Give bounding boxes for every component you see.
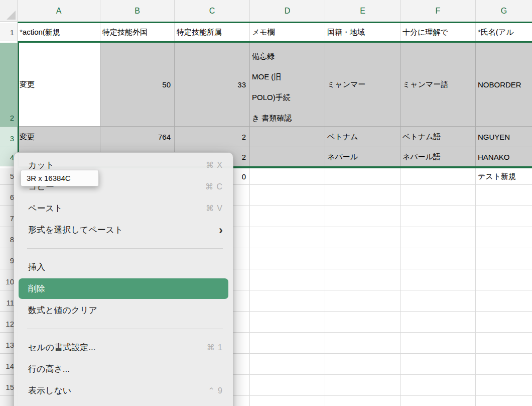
cell-E15[interactable] xyxy=(325,375,401,396)
cell-F5[interactable] xyxy=(401,168,476,185)
cell-A1[interactable]: *action(新規 xyxy=(18,23,100,41)
cell-E5[interactable] xyxy=(325,168,401,185)
select-all-triangle-icon xyxy=(7,11,16,20)
menu-item-row-height[interactable]: 行の高さ... xyxy=(14,358,233,380)
cell-E10[interactable] xyxy=(325,269,401,290)
cell-G5[interactable]: テスト新規 xyxy=(476,168,532,185)
cell-D16[interactable] xyxy=(250,396,325,406)
cell-G15[interactable] xyxy=(476,375,532,396)
cell-D11[interactable] xyxy=(250,290,325,312)
cell-D3[interactable] xyxy=(250,127,325,147)
cell-D13[interactable] xyxy=(250,333,325,354)
menu-item-insert[interactable]: 挿入 xyxy=(14,256,233,278)
cell-D6[interactable] xyxy=(250,185,325,206)
menu-item-paste-special[interactable]: 形式を選択してペースト› xyxy=(14,219,233,241)
cell-B3[interactable]: 764 xyxy=(100,127,175,147)
cell-E4[interactable]: ネパール xyxy=(325,147,401,166)
cell-E14[interactable] xyxy=(325,354,401,375)
cell-F2[interactable]: ミャンマー語 xyxy=(401,43,476,127)
cell-F14[interactable] xyxy=(401,354,476,375)
column-header-A[interactable]: A xyxy=(18,0,100,22)
cell-D5[interactable] xyxy=(250,168,325,185)
cell-G9[interactable] xyxy=(476,248,532,269)
column-header-E[interactable]: E xyxy=(325,0,401,22)
cell-F11[interactable] xyxy=(401,290,476,312)
cell-D12[interactable] xyxy=(250,312,325,333)
column-header-C[interactable]: C xyxy=(175,0,250,22)
menu-item-label: セルの書式設定... xyxy=(28,342,95,353)
cell-F10[interactable] xyxy=(401,269,476,290)
cell-G11[interactable] xyxy=(476,290,532,312)
cell-C2[interactable]: 33 xyxy=(175,43,250,127)
menu-item-delete[interactable]: 削除 xyxy=(19,278,228,299)
cell-F13[interactable] xyxy=(401,333,476,354)
cell-G12[interactable] xyxy=(476,312,532,333)
cell-F16[interactable] xyxy=(401,396,476,406)
cell-F8[interactable] xyxy=(401,227,476,248)
column-header-G[interactable]: G xyxy=(476,0,532,22)
menu-item-label: ペースト xyxy=(28,202,63,214)
cell-E6[interactable] xyxy=(325,185,401,206)
cell-F4[interactable]: ネパール語 xyxy=(401,147,476,166)
menu-item-paste[interactable]: ペースト⌘ V xyxy=(14,197,233,219)
cell-E2[interactable]: ミャンマー xyxy=(325,43,401,127)
cell-E12[interactable] xyxy=(325,312,401,333)
cell-G14[interactable] xyxy=(476,354,532,375)
cell-E7[interactable] xyxy=(325,206,401,227)
menu-item-shortcut: ⌘ C xyxy=(205,182,223,191)
menu-item-label: カット xyxy=(28,159,54,171)
row-header-3[interactable]: 3 xyxy=(0,127,18,147)
cell-G13[interactable] xyxy=(476,333,532,354)
cell-G1[interactable]: *氏名(アル xyxy=(476,23,532,41)
cell-C1[interactable]: 特定技能所属 xyxy=(175,23,250,41)
cell-E13[interactable] xyxy=(325,333,401,354)
select-all-corner[interactable] xyxy=(0,0,18,22)
cell-D9[interactable] xyxy=(250,248,325,269)
cell-F7[interactable] xyxy=(401,206,476,227)
menu-item-hide[interactable]: 表示しない⌃ 9 xyxy=(14,380,233,401)
cell-G6[interactable] xyxy=(476,185,532,206)
cell-E9[interactable] xyxy=(325,248,401,269)
cell-E16[interactable] xyxy=(325,396,401,406)
cell-D15[interactable] xyxy=(250,375,325,396)
cell-D7[interactable] xyxy=(250,206,325,227)
cell-F9[interactable] xyxy=(401,248,476,269)
cell-G16[interactable] xyxy=(476,396,532,406)
cell-F6[interactable] xyxy=(401,185,476,206)
cell-E3[interactable]: ベトナム xyxy=(325,127,401,147)
column-header-B[interactable]: B xyxy=(100,0,175,22)
cell-G4[interactable]: HANAKO xyxy=(476,147,532,166)
cell-D2[interactable]: 備忘録 MOE (旧 POLO)手続 き 書類確認 xyxy=(250,43,325,127)
cell-D4[interactable] xyxy=(250,147,325,166)
row-header-2[interactable]: 2 xyxy=(0,43,18,127)
column-header-D[interactable]: D xyxy=(250,0,325,22)
cell-E11[interactable] xyxy=(325,290,401,312)
cell-B2[interactable]: 50 xyxy=(100,43,175,127)
cell-F3[interactable]: ベトナム語 xyxy=(401,127,476,147)
cell-G8[interactable] xyxy=(476,227,532,248)
cell-G7[interactable] xyxy=(476,206,532,227)
cell-E1[interactable]: 国籍・地域 xyxy=(325,23,401,41)
cell-D1[interactable]: メモ欄 xyxy=(250,23,325,41)
menu-item-clear-contents[interactable]: 数式と値のクリア xyxy=(14,299,233,321)
row-header-1[interactable]: 1 xyxy=(0,23,18,41)
cell-F1[interactable]: 十分に理解で xyxy=(401,23,476,41)
menu-item-unhide[interactable]: 再表示⌃ ⇧ 9 xyxy=(14,401,233,406)
menu-item-label: 挿入 xyxy=(28,261,45,273)
cell-C3[interactable]: 2 xyxy=(175,127,250,147)
menu-item-format-cells[interactable]: セルの書式設定...⌘ 1 xyxy=(14,337,233,358)
cell-D10[interactable] xyxy=(250,269,325,290)
cell-F15[interactable] xyxy=(401,375,476,396)
cell-G10[interactable] xyxy=(476,269,532,290)
cell-D14[interactable] xyxy=(250,354,325,375)
cell-G2[interactable]: NOBORDER xyxy=(476,43,532,127)
selection-border-left xyxy=(18,41,19,168)
column-header-F[interactable]: F xyxy=(401,0,476,22)
cell-D8[interactable] xyxy=(250,227,325,248)
cell-B1[interactable]: 特定技能外国 xyxy=(100,23,175,41)
cell-G3[interactable]: NGUYEN xyxy=(476,127,532,147)
cell-F12[interactable] xyxy=(401,312,476,333)
cell-A2[interactable]: 変更 xyxy=(18,43,100,127)
cell-A3[interactable]: 変更 xyxy=(18,127,100,147)
cell-E8[interactable] xyxy=(325,227,401,248)
